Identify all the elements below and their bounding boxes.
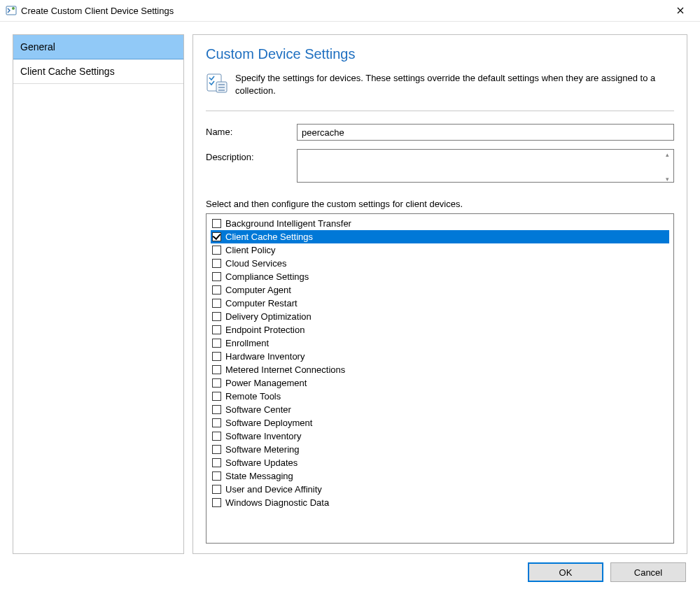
setting-label: Cloud Services — [225, 258, 286, 269]
settings-instruction: Select and then configure the custom set… — [206, 199, 674, 209]
page-title: Custom Device Settings — [206, 46, 674, 62]
setting-label: Hardware Inventory — [225, 351, 304, 362]
setting-label: Enrollment — [225, 338, 269, 348]
setting-row[interactable]: User and Device Affinity — [211, 483, 669, 496]
settings-list[interactable]: Background Intelligent TransferClient Ca… — [206, 213, 674, 544]
setting-row[interactable]: Endpoint Protection — [211, 323, 669, 336]
checkbox[interactable] — [212, 432, 221, 441]
setting-row[interactable]: Windows Diagnostic Data — [211, 496, 669, 509]
checkbox[interactable] — [212, 352, 221, 361]
sidebar-item-general[interactable]: General — [13, 35, 183, 59]
setting-label: Client Policy — [225, 245, 276, 255]
setting-row[interactable]: Delivery Optimization — [211, 310, 669, 323]
checkbox[interactable] — [212, 392, 221, 401]
intro: Specify the settings for devices. These … — [206, 72, 674, 97]
description-input[interactable] — [297, 149, 674, 183]
sidebar: GeneralClient Cache Settings — [13, 34, 184, 554]
ok-button[interactable]: OK — [528, 562, 603, 582]
setting-label: Software Metering — [225, 444, 300, 455]
checkbox[interactable] — [212, 259, 221, 268]
svg-point-1 — [12, 7, 15, 10]
setting-label: Computer Restart — [225, 298, 298, 308]
name-input[interactable] — [297, 124, 674, 141]
checkbox[interactable] — [212, 405, 221, 414]
window-title: Create Custom Client Device Settings — [21, 6, 666, 16]
setting-label: Software Updates — [225, 457, 298, 468]
setting-label: Power Management — [225, 378, 307, 388]
svg-rect-0 — [6, 6, 16, 15]
setting-row[interactable]: State Messaging — [211, 469, 669, 483]
checkbox[interactable] — [212, 458, 221, 467]
setting-row[interactable]: Remote Tools — [211, 390, 669, 403]
setting-label: Windows Diagnostic Data — [225, 497, 329, 508]
checkbox[interactable] — [212, 272, 221, 281]
sidebar-item-client-cache-settings[interactable]: Client Cache Settings — [13, 59, 183, 84]
setting-row[interactable]: Enrollment — [211, 336, 669, 350]
setting-label: Metered Internet Connections — [225, 364, 345, 375]
titlebar: Create Custom Client Device Settings — [0, 0, 700, 22]
panels: GeneralClient Cache Settings Custom Devi… — [13, 34, 687, 554]
checkbox[interactable] — [212, 246, 221, 255]
setting-label: Delivery Optimization — [225, 311, 312, 322]
checkbox[interactable] — [212, 312, 221, 321]
settings-list-icon — [206, 72, 228, 94]
checkbox[interactable] — [212, 471, 221, 481]
button-row: OK Cancel — [13, 562, 687, 582]
setting-row[interactable]: Background Intelligent Transfer — [211, 217, 669, 230]
setting-label: Software Deployment — [225, 418, 312, 428]
checkbox[interactable] — [212, 365, 221, 374]
intro-text: Specify the settings for devices. These … — [235, 72, 674, 97]
description-label: Description: — [206, 149, 297, 162]
name-label: Name: — [206, 124, 297, 137]
dialog-window: Create Custom Client Device Settings Gen… — [0, 0, 700, 589]
setting-label: Endpoint Protection — [225, 325, 304, 335]
setting-label: Remote Tools — [225, 391, 281, 402]
checkbox[interactable] — [212, 325, 221, 334]
checkbox[interactable] — [212, 418, 221, 427]
description-row: Description: ▴ ▾ — [206, 149, 674, 185]
setting-row[interactable]: Hardware Inventory — [211, 350, 669, 363]
setting-label: Compliance Settings — [225, 271, 309, 282]
checkbox[interactable] — [212, 232, 221, 241]
checkbox[interactable] — [212, 445, 221, 454]
app-icon — [6, 5, 17, 16]
setting-label: Software Inventory — [225, 431, 301, 441]
setting-label: Software Center — [225, 404, 291, 415]
close-button[interactable] — [666, 5, 694, 16]
checkbox[interactable] — [212, 378, 221, 388]
checkbox[interactable] — [212, 285, 221, 294]
setting-row[interactable]: Software Updates — [211, 456, 669, 469]
setting-label: Computer Agent — [225, 285, 291, 295]
setting-row[interactable]: Software Deployment — [211, 416, 669, 430]
divider — [206, 111, 674, 111]
checkbox[interactable] — [212, 485, 221, 494]
setting-row[interactable]: Compliance Settings — [211, 270, 669, 283]
setting-row[interactable]: Software Metering — [211, 443, 669, 456]
main-panel: Custom Device Settings Spec — [192, 34, 687, 554]
checkbox[interactable] — [212, 219, 221, 228]
checkbox[interactable] — [212, 339, 221, 348]
setting-row[interactable]: Power Management — [211, 376, 669, 390]
setting-row[interactable]: Software Center — [211, 403, 669, 416]
checkbox[interactable] — [212, 299, 221, 308]
client-area: GeneralClient Cache Settings Custom Devi… — [0, 22, 700, 589]
setting-row[interactable]: Computer Agent — [211, 283, 669, 297]
setting-row[interactable]: Cloud Services — [211, 257, 669, 270]
setting-label: Client Cache Settings — [225, 232, 313, 242]
setting-row[interactable]: Computer Restart — [211, 297, 669, 310]
setting-row[interactable]: Metered Internet Connections — [211, 363, 669, 376]
setting-row[interactable]: Software Inventory — [211, 430, 669, 443]
setting-row[interactable]: Client Cache Settings — [211, 230, 669, 243]
cancel-button[interactable]: Cancel — [610, 562, 686, 582]
name-row: Name: — [206, 124, 674, 141]
setting-label: Background Intelligent Transfer — [225, 218, 351, 229]
checkbox[interactable] — [212, 498, 221, 507]
setting-label: User and Device Affinity — [225, 484, 322, 495]
setting-row[interactable]: Client Policy — [211, 243, 669, 257]
setting-label: State Messaging — [225, 471, 293, 481]
